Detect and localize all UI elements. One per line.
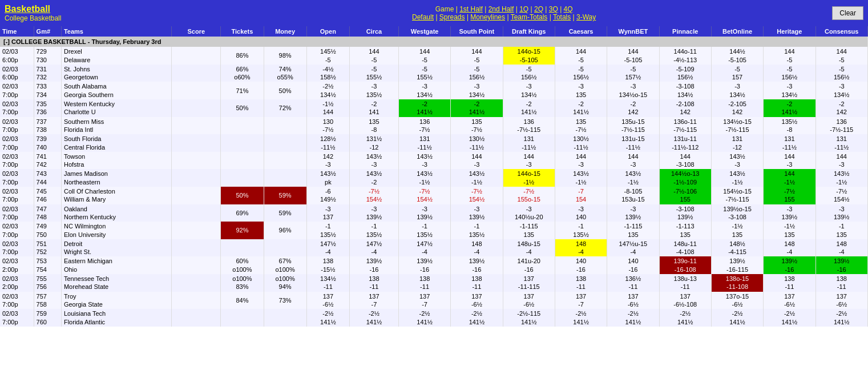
nav-line1: Game | 1st Half | 2nd Half | 1Q | 2Q | 3… [176, 5, 832, 13]
cell-money [264, 309, 306, 327]
cell-open: 142-3 [306, 152, 349, 170]
table-row: 02/032:00p755756Tennessee TechMorehead S… [0, 274, 868, 292]
cell-tickets [221, 169, 264, 187]
cell-westgate: -7½154½ [398, 187, 450, 204]
nav-3q[interactable]: 3Q [549, 5, 558, 13]
cell-draftkings: -2141½ [503, 99, 555, 117]
clear-button[interactable]: Clear [832, 6, 863, 20]
cell-score [172, 204, 221, 222]
cell-consensus: 143½-1½ [815, 169, 867, 187]
cell-teams: St. JohnsGeorgetown [61, 65, 171, 82]
cell-score [172, 117, 221, 135]
nav-line2: Default | Spreads | Moneylines | Team-To… [176, 13, 832, 21]
cell-tickets [221, 309, 264, 327]
cell-southpoint: 130½-11½ [451, 134, 503, 152]
cell-draftkings: 137-11-115 [503, 274, 555, 292]
cell-teams: Western KentuckyCharlotte U [61, 99, 171, 117]
cell-heritage: -1½135 [764, 222, 815, 239]
cell-gm: 745746 [34, 187, 61, 204]
cell-caesars: 148-4 [555, 239, 607, 257]
nav-2q[interactable]: 2Q [534, 5, 543, 13]
cell-westgate: -3134½ [398, 82, 450, 99]
nav-moneylines[interactable]: Moneylines [470, 13, 505, 21]
cell-heritage: -2½141½ [764, 309, 815, 327]
cell-draftkings: 144o-15-1½ [503, 169, 555, 187]
nav-1q[interactable]: 1Q [519, 5, 528, 13]
cell-heritage: -5156½ [764, 65, 815, 82]
cell-teams: TroyGeorgia State [61, 292, 171, 309]
cell-heritage: 131-11½ [764, 134, 815, 152]
nav-3way[interactable]: 3-Way [576, 13, 596, 21]
cell-time: 02/037:00p [0, 134, 34, 152]
cell-circa: 138-11 [349, 274, 398, 292]
cell-southpoint: -3134½ [451, 82, 503, 99]
table-row: 02/036:00p729730DrexelDelaware86%98%145½… [0, 47, 868, 65]
cell-consensus: 148-4 [815, 239, 867, 257]
app-title[interactable]: Basketball [5, 4, 176, 14]
cell-time: 02/037:00p [0, 239, 34, 257]
cell-tickets: 50% [221, 187, 264, 204]
cell-heritage: 138-11 [764, 274, 815, 292]
cell-southpoint: 144-3 [451, 152, 503, 170]
cell-pinnacle: 136o-11-7½-115 [659, 117, 711, 135]
col-header-westgate: Westgate [398, 26, 450, 37]
nav-team-totals[interactable]: Team-Totals [511, 13, 548, 21]
cell-heritage: -3134½ [764, 82, 815, 99]
nav-spreads[interactable]: Spreads [439, 13, 465, 21]
cell-circa: 139½-16 [349, 256, 398, 274]
cell-consensus: -3139½ [815, 204, 867, 222]
cell-draftkings: -1-115135 [503, 222, 555, 239]
nav-default[interactable]: Default [412, 13, 434, 21]
cell-score [172, 82, 221, 99]
cell-pinnacle: 139o-11-16-108 [659, 256, 711, 274]
cell-teams: NC WilmingtonElon University [61, 222, 171, 239]
cell-gm: 741742 [34, 152, 61, 170]
cell-caesars: -3140 [555, 204, 607, 222]
nav-2nd-half[interactable]: 2nd Half [488, 5, 514, 13]
cell-westgate: 143½-3 [398, 152, 450, 170]
nav-game[interactable]: Game [435, 5, 454, 13]
section-header-row: [-] COLLEGE BASKETBALL - Thursday, Febru… [0, 37, 868, 47]
cell-betonline: 137o-15-6½ [711, 292, 763, 309]
nav-4q[interactable]: 4Q [564, 5, 573, 13]
cell-circa: 143½-2 [349, 169, 398, 187]
cell-caesars: 144-3 [555, 152, 607, 170]
cell-time: 02/037:00p [0, 82, 34, 99]
col-header-time: Time [0, 26, 34, 37]
cell-westgate: 147½-4 [398, 239, 450, 257]
cell-consensus: -5156½ [815, 65, 867, 82]
cell-money [264, 134, 306, 152]
nav-1st-half[interactable]: 1st Half [459, 5, 483, 13]
cell-caesars: -2½141½ [555, 309, 607, 327]
cell-tickets: 66%o60% [221, 65, 264, 82]
cell-money: 96% [264, 222, 306, 239]
col-header-money: Money [264, 26, 306, 37]
col-header-open: Open [306, 26, 349, 37]
cell-heritage: 144-3 [764, 152, 815, 170]
cell-wynnbet: 131u-15-11½ [607, 134, 659, 152]
cell-southpoint: -1135½ [451, 222, 503, 239]
cell-betonline: 134½o-15-7½-115 [711, 117, 763, 135]
nav-totals[interactable]: Totals [553, 13, 571, 21]
col-header-southpoint: South Point [451, 26, 503, 37]
cell-money: 98% [264, 47, 306, 65]
cell-caesars: 144-5 [555, 47, 607, 65]
header-left: Basketball College Basketball [5, 4, 176, 22]
cell-circa: -2½141½ [349, 309, 398, 327]
cell-gm: 749750 [34, 222, 61, 239]
cell-wynnbet: 147½u-15-4 [607, 239, 659, 257]
cell-money [264, 117, 306, 135]
cell-time: 02/037:00p [0, 222, 34, 239]
cell-southpoint: 143½-1½ [451, 169, 503, 187]
cell-southpoint: -2½141½ [451, 309, 503, 327]
cell-betonline: 148½-4-115 [711, 239, 763, 257]
table-row: 02/037:00p745746Coll Of CharlestonWillia… [0, 187, 868, 204]
cell-money [264, 239, 306, 257]
cell-teams: Tennessee TechMorehead State [61, 274, 171, 292]
cell-draftkings: -3140½u-20 [503, 204, 555, 222]
cell-open: -4½158½ [306, 65, 349, 82]
cell-gm: 753754 [34, 256, 61, 274]
cell-pinnacle: -2½141½ [659, 309, 711, 327]
cell-money [264, 169, 306, 187]
cell-betonline: -2-105142 [711, 99, 763, 117]
